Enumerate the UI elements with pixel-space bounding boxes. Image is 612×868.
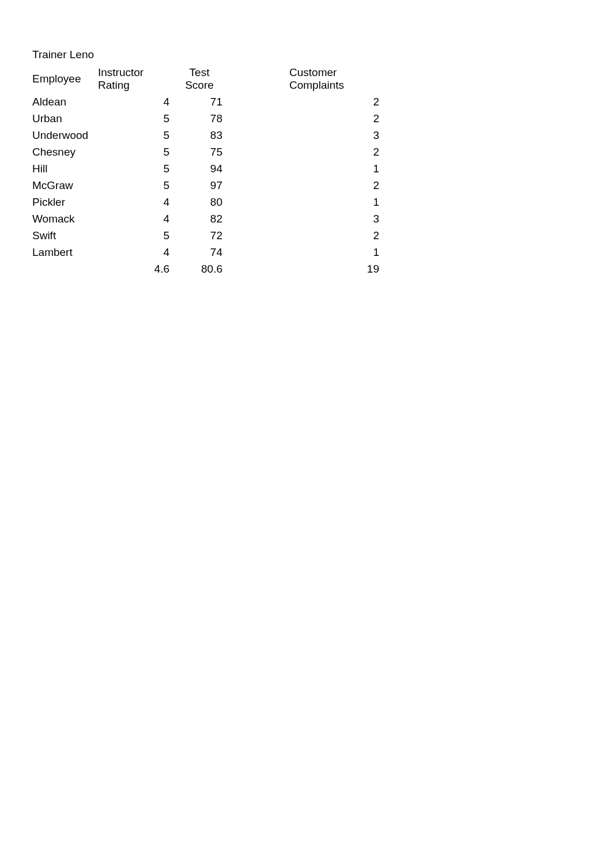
summary-employee <box>32 261 96 277</box>
cell-rating: 4 <box>96 194 176 210</box>
cell-complaints: 1 <box>274 160 390 177</box>
cell-score: 80 <box>176 194 274 210</box>
cell-employee: Womack <box>32 210 96 227</box>
cell-employee: McGraw <box>32 177 96 194</box>
cell-complaints: 2 <box>274 177 390 194</box>
cell-employee: Hill <box>32 160 96 177</box>
cell-rating: 5 <box>96 177 176 194</box>
cell-rating: 5 <box>96 160 176 177</box>
table-header-row: Employee Instructor Rating Test Score Cu… <box>32 65 390 93</box>
page-title: Trainer Leno <box>32 48 612 61</box>
cell-complaints: 2 <box>274 227 390 244</box>
cell-complaints: 3 <box>274 127 390 144</box>
header-employee: Employee <box>32 65 96 93</box>
table-row: Pickler4801 <box>32 194 390 210</box>
cell-score: 97 <box>176 177 274 194</box>
cell-employee: Aldean <box>32 93 96 110</box>
table-row: McGraw5972 <box>32 177 390 194</box>
cell-rating: 4 <box>96 210 176 227</box>
cell-complaints: 1 <box>274 194 390 210</box>
summary-complaints: 19 <box>274 261 390 277</box>
cell-employee: Lambert <box>32 244 96 261</box>
cell-score: 83 <box>176 127 274 144</box>
summary-rating: 4.6 <box>96 261 176 277</box>
header-score: Test Score <box>176 65 274 93</box>
table-row: Aldean4712 <box>32 93 390 110</box>
cell-employee: Underwood <box>32 127 96 144</box>
cell-rating: 5 <box>96 110 176 127</box>
cell-score: 71 <box>176 93 274 110</box>
cell-rating: 5 <box>96 127 176 144</box>
cell-score: 75 <box>176 144 274 160</box>
table-row: Womack4823 <box>32 210 390 227</box>
table-row: Urban5782 <box>32 110 390 127</box>
table-summary-row: 4.680.619 <box>32 261 390 277</box>
table-row: Chesney5752 <box>32 144 390 160</box>
cell-rating: 5 <box>96 144 176 160</box>
cell-score: 82 <box>176 210 274 227</box>
cell-rating: 5 <box>96 227 176 244</box>
cell-complaints: 2 <box>274 144 390 160</box>
cell-complaints: 3 <box>274 210 390 227</box>
cell-employee: Swift <box>32 227 96 244</box>
cell-score: 72 <box>176 227 274 244</box>
cell-complaints: 2 <box>274 110 390 127</box>
table-row: Underwood5833 <box>32 127 390 144</box>
cell-score: 74 <box>176 244 274 261</box>
cell-employee: Pickler <box>32 194 96 210</box>
table-row: Hill5941 <box>32 160 390 177</box>
header-rating: Instructor Rating <box>96 65 176 93</box>
cell-rating: 4 <box>96 93 176 110</box>
cell-rating: 4 <box>96 244 176 261</box>
cell-score: 78 <box>176 110 274 127</box>
table-row: Swift5722 <box>32 227 390 244</box>
cell-employee: Urban <box>32 110 96 127</box>
header-complaints: Customer Complaints <box>274 65 390 93</box>
cell-complaints: 2 <box>274 93 390 110</box>
cell-complaints: 1 <box>274 244 390 261</box>
cell-score: 94 <box>176 160 274 177</box>
table-row: Lambert4741 <box>32 244 390 261</box>
summary-score: 80.6 <box>176 261 274 277</box>
trainer-table: Employee Instructor Rating Test Score Cu… <box>32 65 390 277</box>
cell-employee: Chesney <box>32 144 96 160</box>
